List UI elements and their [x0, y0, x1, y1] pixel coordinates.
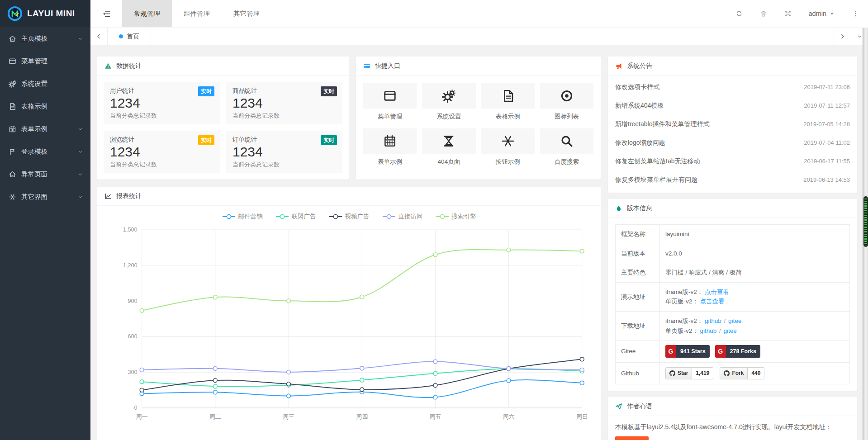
version-link[interactable]: 点击查看: [700, 298, 725, 305]
author-line1: 本模板基于layui2.5.4以及font-awesome-4.7.0进行实现。…: [615, 423, 831, 431]
leaf-icon: [615, 205, 622, 212]
app-root: LAYUI MINI 主页模板菜单管理系统设置表格示例表单示例登录模板异常页面其…: [0, 0, 868, 440]
tab-scroll-right-button[interactable]: [834, 28, 851, 45]
announcement-row-5[interactable]: 修复多模块菜单栏展开有问题2019-06-13 14:53: [615, 170, 850, 189]
github-count: 440: [748, 367, 764, 379]
announcement-list: 修改选项卡样式2019-07-11 23:06新增系统404模板2019-07-…: [608, 76, 857, 193]
chart-point: [140, 388, 144, 392]
version-link[interactable]: 点击查看: [705, 289, 729, 295]
tab-scroll-left-button[interactable]: [90, 28, 108, 45]
quick-entry-2[interactable]: 表格示例: [481, 83, 535, 121]
github-widget-1[interactable]: Fork440: [720, 367, 764, 379]
sidebar-collapse-button[interactable]: [90, 0, 122, 27]
quick-entry-6[interactable]: 按钮示例: [481, 128, 535, 166]
announcement-row-0[interactable]: 修改选项卡样式2019-07-11 23:06: [615, 78, 850, 96]
chevron-down-icon: [77, 149, 83, 155]
legend-item-0[interactable]: 邮件营销: [222, 213, 263, 221]
layui-docs-badge[interactable]: layui文档: [615, 436, 649, 440]
top-tab-2[interactable]: 其它管理: [222, 0, 271, 27]
announcement-row-2[interactable]: 新增treetable插件和菜单管理样式2019-07-05 14:28: [615, 115, 850, 133]
legend-item-3[interactable]: 直接访问: [382, 213, 423, 221]
legend-item-4[interactable]: 搜索引擎: [436, 213, 476, 221]
panel-version-info-header: 版本信息: [608, 199, 857, 218]
more-options-icon[interactable]: [852, 10, 859, 17]
stat-card-caption: 当前分类总记录数: [232, 112, 336, 120]
octocat-icon: [724, 370, 730, 376]
chevron-down-icon: [77, 36, 83, 42]
announcement-row-3[interactable]: 修改logo缩放问题2019-07-04 11:02: [615, 133, 850, 152]
version-link[interactable]: gitee: [724, 327, 737, 334]
chevron-right-icon: [840, 33, 845, 39]
file-icon: [9, 103, 16, 110]
chart-point: [287, 299, 291, 303]
sidebar-item-5[interactable]: 登录模板: [0, 140, 90, 163]
page-scrollbar[interactable]: [863, 28, 868, 440]
version-row-4: 下载地址iframe版-v2： github / gitee单页版-v2： gi…: [616, 311, 850, 340]
top-tab-0[interactable]: 常规管理: [122, 0, 172, 27]
chevron-down-icon: [77, 194, 83, 200]
scrollbar-thumb[interactable]: [863, 196, 868, 247]
refresh-icon[interactable]: [735, 10, 743, 17]
stat-card-0: 用户统计1234当前分类总记录数实时: [104, 82, 220, 124]
stat-card-value: 1234: [110, 95, 213, 111]
chart-point: [433, 371, 437, 375]
chart-point: [140, 368, 144, 372]
version-link[interactable]: gitee: [728, 317, 741, 324]
sidebar-item-label: 主页模板: [21, 34, 77, 43]
stat-card-3: 订单统计1234当前分类总记录数实时: [226, 131, 342, 173]
announcement-title: 新增treetable插件和菜单管理样式: [615, 120, 709, 128]
user-dropdown[interactable]: admin: [809, 10, 835, 17]
quick-entry-label: 表格示例: [481, 113, 535, 121]
octocat-icon: [669, 370, 675, 376]
legend-item-1[interactable]: 联盟广告: [275, 213, 316, 221]
version-link[interactable]: github: [700, 327, 717, 334]
chart-point: [213, 390, 217, 394]
sidebar-item-3[interactable]: 表格示例: [0, 95, 90, 118]
snowflake-icon: [481, 128, 535, 154]
gitee-badge-0[interactable]: G941 Stars: [665, 345, 710, 358]
fullscreen-icon[interactable]: [784, 10, 792, 17]
content-area: 数据统计 用户统计1234当前分类总记录数实时商品统计1234当前分类总记录数实…: [90, 45, 868, 440]
quick-entry-4[interactable]: 表单示例: [363, 128, 417, 166]
stats-grid: 用户统计1234当前分类总记录数实时商品统计1234当前分类总记录数实时浏览统计…: [97, 76, 349, 180]
github-fork-button[interactable]: Fork: [720, 367, 748, 379]
version-link-line: 单页版-v2： github / gitee: [665, 326, 844, 336]
quick-entry-0[interactable]: 菜单管理: [363, 83, 417, 121]
quick-entry-5[interactable]: 404页面: [422, 128, 475, 166]
quick-entry-3[interactable]: 图标列表: [540, 83, 593, 121]
gitee-badge-1[interactable]: G278 Forks: [715, 345, 760, 358]
sidebar-item-0[interactable]: 主页模板: [0, 27, 90, 50]
quick-entry-label: 系统设置: [422, 113, 475, 121]
github-widget-0[interactable]: Star1,419: [665, 367, 713, 379]
quick-entry-1[interactable]: 系统设置: [422, 83, 475, 121]
legend-item-2[interactable]: 视频广告: [329, 213, 370, 221]
tab-home[interactable]: 首页: [108, 28, 151, 45]
sidebar-item-7[interactable]: 其它界面: [0, 185, 90, 208]
version-link[interactable]: github: [705, 317, 721, 324]
chevron-left-icon: [96, 33, 102, 39]
svg-text:周六: 周六: [503, 413, 515, 420]
sidebar-item-2[interactable]: 系统设置: [0, 72, 90, 95]
svg-text:周日: 周日: [576, 413, 588, 420]
sidebar-item-1[interactable]: 菜单管理: [0, 50, 90, 72]
version-row-value: 零门槛 / 响应式 / 清爽 / 极简: [660, 263, 850, 283]
chart-point: [433, 395, 437, 399]
top-tab-1[interactable]: 组件管理: [172, 0, 222, 27]
tab-home-label: 首页: [127, 33, 139, 41]
app-logo[interactable]: LAYUI MINI: [0, 0, 90, 27]
top-module-tabs: 常规管理组件管理其它管理: [122, 0, 271, 27]
quick-entry-7[interactable]: 百度搜索: [540, 128, 593, 166]
user-name: admin: [809, 10, 827, 17]
announcement-row-1[interactable]: 新增系统404模板2019-07-11 12:57: [615, 96, 850, 115]
svg-text:周二: 周二: [209, 413, 221, 420]
panel-data-stats: 数据统计 用户统计1234当前分类总记录数实时商品统计1234当前分类总记录数实…: [97, 57, 349, 180]
version-row-label: 下载地址: [616, 311, 660, 340]
github-star-button[interactable]: Star: [665, 367, 692, 379]
active-tab-dot: [119, 34, 123, 38]
clear-cache-icon[interactable]: [760, 10, 767, 17]
sidebar-item-6[interactable]: 异常页面: [0, 163, 90, 185]
link-separator: /: [717, 327, 722, 334]
announcement-row-4[interactable]: 修复左侧菜单缩放tab无法移动2019-06-17 11:55: [615, 152, 850, 170]
sidebar-item-4[interactable]: 表单示例: [0, 118, 90, 140]
legend-marker-icon: [329, 214, 342, 219]
